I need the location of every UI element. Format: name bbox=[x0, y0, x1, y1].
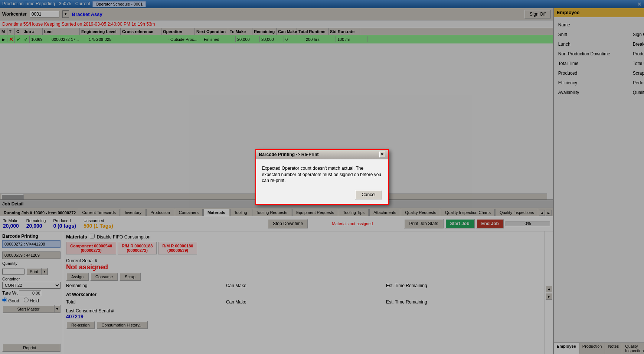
modal-footer: Cancel bbox=[256, 187, 388, 204]
modal-body: Expected Operator count doesn't match ac… bbox=[256, 159, 388, 187]
modal-titlebar: Barcode Printing -> Re-Print ✕ bbox=[256, 150, 388, 159]
modal-dialog: Barcode Printing -> Re-Print ✕ Expected … bbox=[255, 149, 389, 205]
modal-close-button[interactable]: ✕ bbox=[379, 152, 385, 157]
modal-message: Expected Operator count doesn't match ac… bbox=[262, 166, 382, 184]
modal-title: Barcode Printing -> Re-Print bbox=[259, 152, 319, 157]
modal-overlay: Barcode Printing -> Re-Print ✕ Expected … bbox=[0, 0, 644, 354]
cancel-button[interactable]: Cancel bbox=[355, 190, 382, 199]
